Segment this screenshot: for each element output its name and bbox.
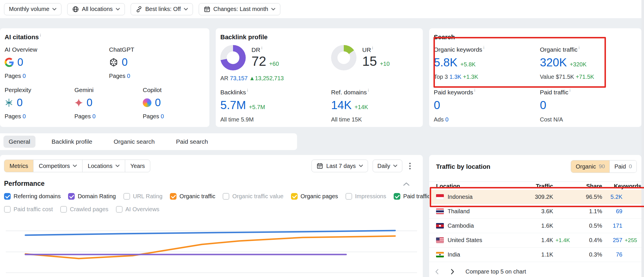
chevron-down-icon xyxy=(52,8,57,11)
organic-keywords-block: Organic keywordsi 5.8K+5.8K Top 3 1.3K +… xyxy=(434,46,484,80)
date-range-dropdown[interactable]: Last 7 days xyxy=(311,160,368,172)
checkbox-domain-rating[interactable]: Domain Rating xyxy=(68,193,116,200)
checkbox-ai-overviews[interactable]: AI Overviews xyxy=(116,206,159,213)
checkbox-paid-traffic-cost[interactable]: Paid traffic cost xyxy=(4,206,53,213)
info-icon[interactable]: i xyxy=(579,45,579,50)
toggle-organic[interactable]: Organic90 xyxy=(571,160,609,173)
toggle-paid[interactable]: Paid0 xyxy=(609,160,637,173)
india-flag-icon xyxy=(436,252,444,257)
competitors-segment[interactable]: Competitors xyxy=(33,160,82,172)
checkbox-impressions[interactable]: Impressions xyxy=(346,193,386,200)
changes-dropdown[interactable]: Changes: Last month xyxy=(199,3,280,15)
checkbox-url-rating[interactable]: URL Rating xyxy=(123,193,163,200)
changes-label: Changes: Last month xyxy=(213,6,268,12)
granularity-dropdown[interactable]: Daily xyxy=(373,160,402,172)
best-links-label: Best links: Off xyxy=(145,6,181,12)
chevron-down-icon xyxy=(393,164,397,167)
checkbox-icon xyxy=(346,193,352,200)
paid-keywords-block: Paid keywordsi 0 Ads 0 xyxy=(434,89,475,123)
openai-icon xyxy=(109,58,118,67)
checkbox-icon xyxy=(68,193,75,200)
google-g-icon xyxy=(5,58,14,67)
organic-traffic-value-link[interactable]: 320K xyxy=(540,56,567,69)
ref-domains-block: Ref. domainsi 14K+14K All time 15K xyxy=(331,89,369,123)
info-icon[interactable]: i xyxy=(247,88,248,93)
info-icon[interactable]: i xyxy=(474,88,475,93)
table-row-cambodia[interactable]: Cambodia 1.6K 0.5% 171 xyxy=(429,219,641,233)
perplexity-pages-link[interactable]: 0 xyxy=(22,113,26,119)
next-page-chevron-right-icon[interactable] xyxy=(445,269,460,274)
table-row-indonesia[interactable]: Indonesia 309.2K 96.5% 5.2K xyxy=(429,190,641,204)
monthly-volume-label: Monthly volume xyxy=(9,6,49,12)
monthly-volume-dropdown[interactable]: Monthly volume xyxy=(4,3,61,15)
checkbox-referring-domains[interactable]: Referring domains xyxy=(4,193,61,200)
location-table-body: Indonesia 309.2K 96.5% 5.2K Thailand 3.6… xyxy=(429,190,641,262)
copilot-pages-link[interactable]: 0 xyxy=(161,113,164,119)
info-icon[interactable]: i xyxy=(40,33,41,38)
keywords-link[interactable]: 171 xyxy=(602,222,622,229)
gemini-pages-link[interactable]: 0 xyxy=(92,113,95,119)
location-table-footer: Compare top 5 on chart xyxy=(429,265,641,277)
checkbox-icon xyxy=(116,206,123,213)
best-links-dropdown[interactable]: Best links: Off xyxy=(131,3,193,15)
backlink-profile-title: Backlink profile xyxy=(220,33,268,41)
url-rating-block: URi 15+10 xyxy=(331,45,390,70)
organic-traffic-block: Organic traffici 320K+320K Value $71.5K … xyxy=(540,46,594,80)
prev-page-chevron-left-icon[interactable] xyxy=(429,269,445,274)
chatgpt-pages-link[interactable]: 0 xyxy=(127,73,130,79)
organic-keywords-value-link[interactable]: 5.8K xyxy=(434,56,457,69)
copilot-value[interactable]: 0 xyxy=(155,97,161,109)
indonesia-flag-icon xyxy=(436,194,444,200)
ai-overview-pages-link[interactable]: 0 xyxy=(22,73,26,79)
keywords-link[interactable]: 5.2K xyxy=(602,194,622,200)
locations-dropdown[interactable]: All locations xyxy=(67,3,125,15)
metrics-segment[interactable]: Metrics xyxy=(4,160,33,172)
table-row-india[interactable]: India 1.1K 0.3% 76 xyxy=(429,248,641,262)
keywords-link[interactable]: 69 xyxy=(602,208,622,215)
tab-organic-search[interactable]: Organic search xyxy=(108,136,160,148)
tab-backlink-profile[interactable]: Backlink profile xyxy=(46,136,97,148)
ai-overview-value[interactable]: 0 xyxy=(17,56,23,68)
link-icon xyxy=(136,6,142,13)
scrollbar-track[interactable] xyxy=(641,0,644,277)
ar-value-link[interactable]: 73,157 xyxy=(230,75,247,81)
gemini-icon xyxy=(74,98,83,107)
info-icon[interactable]: i xyxy=(261,46,262,50)
keywords-link[interactable]: 76 xyxy=(602,251,622,258)
gemini-value[interactable]: 0 xyxy=(87,97,93,109)
perplexity-value[interactable]: 0 xyxy=(17,97,23,109)
table-row-united-states[interactable]: United States 1.4K +1.4K 0.4% 257 +255 xyxy=(429,233,641,248)
traffic-by-location-title: Traffic by location xyxy=(436,163,490,171)
ur-donut-chart xyxy=(331,45,356,70)
info-icon[interactable]: i xyxy=(483,45,484,50)
calendar-icon xyxy=(316,162,323,169)
info-icon[interactable]: i xyxy=(372,46,373,50)
ads-value-link[interactable]: 0 xyxy=(445,116,448,123)
tab-paid-search[interactable]: Paid search xyxy=(171,136,213,148)
years-segment[interactable]: Years xyxy=(125,160,150,172)
checkbox-crawled-pages[interactable]: Crawled pages xyxy=(60,206,108,213)
top3-value-link[interactable]: 1.3K xyxy=(450,74,461,80)
collapse-chevron-up-icon[interactable] xyxy=(403,182,410,186)
checkbox-icon xyxy=(60,206,67,213)
more-options-kebab-icon[interactable] xyxy=(409,165,411,167)
backlinks-value-link[interactable]: 5.7M xyxy=(220,99,246,112)
info-icon[interactable]: i xyxy=(570,88,570,93)
checkbox-organic-traffic[interactable]: Organic traffic xyxy=(170,193,215,200)
tab-general[interactable]: General xyxy=(3,136,35,148)
table-row-thailand[interactable]: Thailand 3.6K 1.1% 69 xyxy=(429,204,641,219)
performance-heading: Performance xyxy=(4,180,45,188)
keywords-link[interactable]: 257 xyxy=(602,237,622,244)
checkbox-organic-pages[interactable]: Organic pages xyxy=(291,193,338,200)
paid-keywords-value-link[interactable]: 0 xyxy=(434,99,440,112)
paid-traffic-block: Paid traffici 0 Cost N/A xyxy=(540,89,570,123)
checkbox-paid-traffic[interactable]: Paid traffic xyxy=(394,193,430,200)
compare-top5-link[interactable]: Compare top 5 on chart xyxy=(465,268,526,275)
ref-domains-value-link[interactable]: 14K xyxy=(331,99,352,112)
checkbox-organic-traffic-value[interactable]: Organic traffic value xyxy=(223,193,283,200)
info-icon[interactable]: i xyxy=(368,88,369,93)
paid-traffic-value-link[interactable]: 0 xyxy=(540,99,546,112)
chatgpt-value[interactable]: 0 xyxy=(122,56,128,68)
checkbox-icon xyxy=(291,193,298,200)
locations-segment[interactable]: Locations xyxy=(82,160,125,172)
